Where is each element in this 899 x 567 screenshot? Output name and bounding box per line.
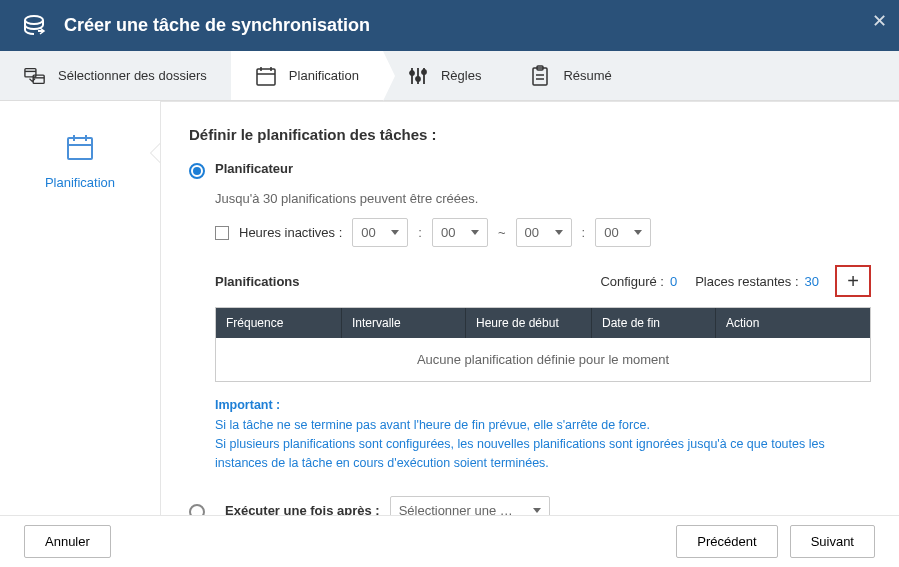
step-schedule[interactable]: Planification <box>231 51 383 100</box>
radio-run-once[interactable] <box>189 504 205 515</box>
calendar-icon <box>255 65 277 87</box>
cancel-button[interactable]: Annuler <box>24 525 111 558</box>
svg-rect-9 <box>68 138 92 159</box>
next-button[interactable]: Suivant <box>790 525 875 558</box>
footer: Annuler Précédent Suivant <box>0 515 899 567</box>
important-line: Si plusieurs planifications sont configu… <box>215 435 871 473</box>
sidebar-label: Planification <box>0 175 160 190</box>
close-icon[interactable]: ✕ <box>872 10 887 32</box>
important-title: Important : <box>215 398 871 412</box>
section-title: Définir le planification des tâches : <box>189 126 871 143</box>
run-once-label: Exécuter une fois après : <box>225 503 380 515</box>
hour-end-select[interactable]: 00 <box>516 218 572 247</box>
col-action: Action <box>716 308 870 338</box>
calendar-large-icon <box>64 131 96 163</box>
main-panel: Définir le planification des tâches : Pl… <box>160 101 899 515</box>
radio-scheduler[interactable] <box>189 163 205 179</box>
important-line: Si la tâche ne se termine pas avant l'he… <box>215 416 871 435</box>
step-rules[interactable]: Règles <box>383 51 505 100</box>
chevron-down-icon <box>555 230 563 235</box>
chevron-down-icon <box>533 508 541 513</box>
hour-start-select[interactable]: 00 <box>352 218 408 247</box>
sync-icon <box>16 8 52 44</box>
add-schedule-button[interactable]: + <box>835 265 871 297</box>
summary-icon <box>529 65 551 87</box>
step-label: Planification <box>289 68 359 83</box>
configured-label: Configuré : <box>600 274 664 289</box>
schedule-table: Fréquence Intervalle Heure de début Date… <box>215 307 871 382</box>
scheduler-label: Planificateur <box>215 161 293 176</box>
svg-rect-3 <box>257 69 275 85</box>
chevron-down-icon <box>391 230 399 235</box>
min-end-select[interactable]: 00 <box>595 218 651 247</box>
svg-point-0 <box>25 16 43 24</box>
scheduler-desc: Jusqu'à 30 planifications peuvent être c… <box>215 191 871 206</box>
configured-value: 0 <box>670 274 677 289</box>
step-label: Résumé <box>563 68 611 83</box>
col-frequency: Fréquence <box>216 308 342 338</box>
run-once-select[interactable]: Sélectionner une … <box>390 496 550 515</box>
step-folders[interactable]: Sélectionner des dossiers <box>0 51 231 100</box>
chevron-down-icon <box>471 230 479 235</box>
window-title: Créer une tâche de synchronisation <box>64 15 370 36</box>
inactive-hours-checkbox[interactable] <box>215 226 229 240</box>
remaining-value: 30 <box>805 274 819 289</box>
col-start: Heure de début <box>466 308 592 338</box>
planning-title: Planifications <box>215 274 300 289</box>
folders-icon <box>24 65 46 87</box>
col-interval: Intervalle <box>342 308 466 338</box>
inactive-hours-label: Heures inactives : <box>239 225 342 240</box>
svg-point-5 <box>416 77 420 81</box>
col-end: Date de fin <box>592 308 716 338</box>
step-label: Règles <box>441 68 481 83</box>
svg-point-6 <box>422 70 426 74</box>
svg-point-4 <box>410 71 414 75</box>
chevron-down-icon <box>634 230 642 235</box>
min-start-select[interactable]: 00 <box>432 218 488 247</box>
sidebar: Planification <box>0 101 160 515</box>
remaining-label: Places restantes : <box>695 274 798 289</box>
previous-button[interactable]: Précédent <box>676 525 777 558</box>
titlebar: Créer une tâche de synchronisation ✕ <box>0 0 899 51</box>
sliders-icon <box>407 65 429 87</box>
step-label: Sélectionner des dossiers <box>58 68 207 83</box>
step-summary[interactable]: Résumé <box>505 51 635 100</box>
step-bar: Sélectionner des dossiers Planification … <box>0 51 899 101</box>
table-empty: Aucune planification définie pour le mom… <box>216 338 870 381</box>
